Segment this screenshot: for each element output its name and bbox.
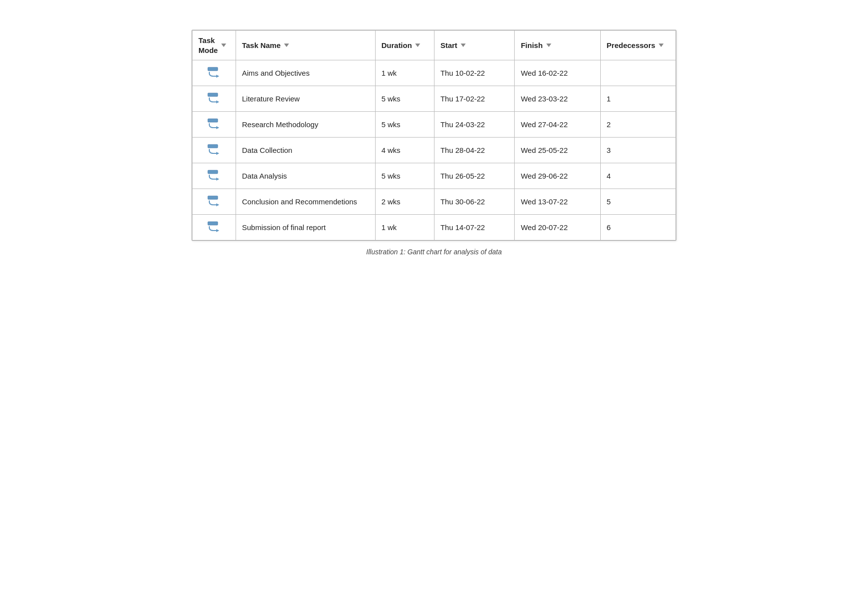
predecessors-cell: 1 [600,86,675,112]
col-label-predecessors: Predecessors [607,41,655,49]
duration-value: 5 wks [382,172,400,180]
svg-rect-4 [208,119,218,122]
col-label-duration: Duration [382,41,412,49]
task-mode-cell [193,215,236,240]
task-mode-cell [193,138,236,163]
predecessors-value: 1 [607,94,611,103]
predecessors-value: 2 [607,120,611,129]
task-name-value: Conclusion and Recommendetions [242,197,357,206]
table-row: Data Analysis5 wksThu 26-05-22Wed 29-06-… [193,163,676,189]
finish-cell: Wed 27-04-22 [515,112,600,138]
task-mode-cell [193,86,236,112]
svg-rect-10 [208,196,218,199]
task-mode-icon [206,118,221,130]
duration-cell: 1 wk [375,215,434,240]
finish-value: Wed 25-05-22 [521,146,568,154]
col-label-task-name: Task Name [242,41,281,49]
duration-value: 5 wks [382,94,400,103]
task-name-sort-arrow[interactable] [284,44,289,47]
table-row: Aims and Objectives1 wkThu 10-02-22Wed 1… [193,60,676,86]
predecessors-value: 3 [607,146,611,154]
task-mode-cell [193,60,236,86]
svg-rect-2 [208,93,218,96]
col-header-finish[interactable]: Finish [515,31,600,60]
task-name-value: Data Collection [242,146,292,154]
svg-marker-7 [216,152,219,155]
start-value: Thu 30-06-22 [440,197,485,206]
svg-marker-5 [216,126,219,129]
task-name-value: Submission of final report [242,223,326,232]
duration-value: 1 wk [382,223,397,232]
start-value: Thu 17-02-22 [440,94,485,103]
start-cell: Thu 17-02-22 [434,86,515,112]
predecessors-cell: 6 [600,215,675,240]
svg-marker-3 [216,100,219,103]
task-mode-cell [193,163,236,189]
task-name-value: Aims and Objectives [242,69,310,77]
finish-value: Wed 27-04-22 [521,120,568,129]
task-mode-icon [206,66,221,78]
task-name-cell: Submission of final report [236,215,375,240]
start-value: Thu 10-02-22 [440,69,485,77]
task-name-cell: Conclusion and Recommendetions [236,189,375,215]
duration-sort-arrow[interactable] [415,44,420,47]
finish-cell: Wed 20-07-22 [515,215,600,240]
predecessors-cell: 3 [600,138,675,163]
task-mode-icon [206,221,221,233]
start-cell: Thu 24-03-22 [434,112,515,138]
finish-cell: Wed 25-05-22 [515,138,600,163]
task-name-value: Literature Review [242,94,300,103]
predecessors-value: 5 [607,197,611,206]
svg-marker-1 [216,75,219,78]
col-header-task-mode[interactable]: Task Mode [193,31,236,60]
gantt-table-wrapper: Task Mode Task Name Duration [192,30,676,241]
start-sort-arrow[interactable] [461,44,466,47]
predecessors-cell: 5 [600,189,675,215]
gantt-table: Task Mode Task Name Duration [192,30,676,240]
finish-value: Wed 13-07-22 [521,197,568,206]
task-mode-icon [206,169,221,181]
svg-rect-8 [208,170,218,174]
duration-cell: 4 wks [375,138,434,163]
col-header-duration[interactable]: Duration [375,31,434,60]
start-value: Thu 26-05-22 [440,172,485,180]
predecessors-sort-arrow[interactable] [659,44,664,47]
task-name-value: Research Methodology [242,120,318,129]
duration-cell: 5 wks [375,86,434,112]
svg-marker-11 [216,203,219,206]
col-label-start: Start [440,41,457,49]
start-value: Thu 24-03-22 [440,120,485,129]
duration-cell: 5 wks [375,163,434,189]
finish-cell: Wed 23-03-22 [515,86,600,112]
duration-cell: 2 wks [375,189,434,215]
svg-rect-12 [208,222,218,225]
task-mode-sort-arrow[interactable] [221,44,226,47]
col-header-task-name[interactable]: Task Name [236,31,375,60]
duration-value: 4 wks [382,146,400,154]
table-row: Conclusion and Recommendetions2 wksThu 3… [193,189,676,215]
start-cell: Thu 26-05-22 [434,163,515,189]
svg-rect-6 [208,144,218,148]
duration-cell: 1 wk [375,60,434,86]
finish-value: Wed 16-02-22 [521,69,568,77]
start-value: Thu 28-04-22 [440,146,485,154]
table-row: Literature Review5 wksThu 17-02-22Wed 23… [193,86,676,112]
col-header-predecessors[interactable]: Predecessors [600,31,675,60]
col-label-task-mode: Task Mode [198,36,218,55]
predecessors-value: 6 [607,223,611,232]
duration-value: 2 wks [382,197,400,206]
start-value: Thu 14-07-22 [440,223,485,232]
start-cell: Thu 14-07-22 [434,215,515,240]
predecessors-value: 4 [607,172,611,180]
svg-rect-0 [208,67,218,71]
task-name-cell: Data Analysis [236,163,375,189]
finish-value: Wed 23-03-22 [521,94,568,103]
task-mode-icon [206,195,221,207]
finish-value: Wed 20-07-22 [521,223,568,232]
duration-value: 1 wk [382,69,397,77]
svg-marker-9 [216,178,219,181]
duration-value: 5 wks [382,120,400,129]
col-header-start[interactable]: Start [434,31,515,60]
finish-sort-arrow[interactable] [546,44,551,47]
table-row: Data Collection4 wksThu 28-04-22Wed 25-0… [193,138,676,163]
